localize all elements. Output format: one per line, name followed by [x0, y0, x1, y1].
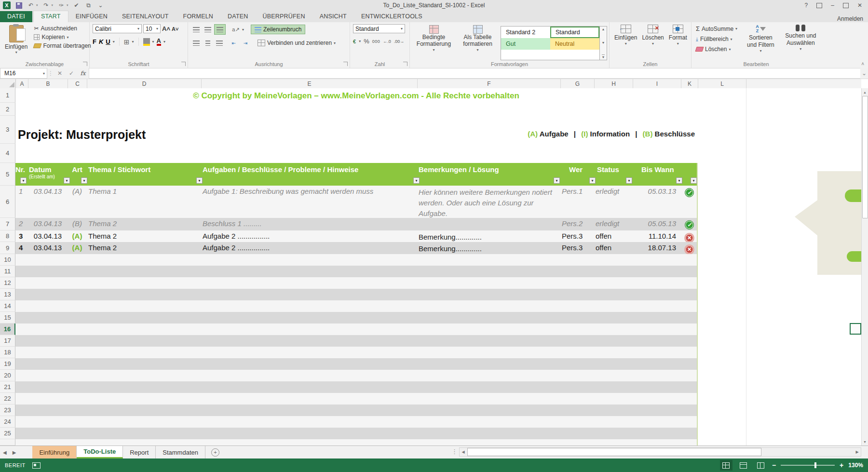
tab-einfuegen[interactable]: EINFÜGEN — [68, 11, 115, 22]
table-empty-row-band[interactable] — [15, 266, 698, 277]
zoom-level[interactable]: 130% — [848, 462, 863, 469]
name-box-dropdown-icon[interactable]: ▾ — [43, 71, 45, 76]
align-top-button[interactable] — [191, 25, 202, 34]
style-standard[interactable]: Standard — [550, 27, 599, 38]
zoom-in-button[interactable]: + — [840, 461, 843, 469]
row-number[interactable]: 19 — [0, 358, 15, 370]
name-box[interactable]: M16 ▾ — [0, 68, 47, 79]
cell-art[interactable]: (A) — [68, 187, 87, 219]
cell-bis-wann[interactable]: 05.05.13 — [633, 219, 681, 230]
column-header-d[interactable]: D — [87, 79, 202, 88]
cell-aufgabe[interactable]: Aufgabe 2 ................ — [201, 232, 417, 243]
row-number[interactable]: 11 — [0, 266, 15, 277]
cell-aufgabe[interactable]: Beschluss 1 ......... — [201, 219, 417, 230]
cell-thema[interactable]: Thema 2 — [87, 243, 201, 255]
column-header-b[interactable]: B — [28, 79, 68, 88]
table-row[interactable]: 3 03.04.13 (A) Thema 2 Aufgabe 2 .......… — [15, 230, 698, 242]
cell-aufgabe[interactable]: Aufgabe 1: Beschreibung was gemacht werd… — [201, 187, 417, 219]
style-gut[interactable]: Gut — [501, 38, 550, 50]
filter-button-bemerkungen[interactable]: ▾ — [554, 177, 560, 184]
column-header-a[interactable]: A — [16, 79, 28, 88]
clear-button[interactable]: Löschen▾ — [694, 45, 739, 54]
cell-datum[interactable]: 03.04.13 — [28, 219, 68, 230]
proofing-icon[interactable]: ✔ — [73, 2, 81, 9]
cancel-entry-icon[interactable]: ✕ — [54, 68, 66, 79]
comma-format-button[interactable]: 000 — [372, 39, 380, 44]
borders-button[interactable]: ⊞ — [124, 38, 130, 46]
filter-button-thema[interactable]: ▾ — [196, 177, 203, 184]
cell-status[interactable]: offen — [594, 243, 633, 255]
table-empty-row-band[interactable] — [15, 381, 698, 393]
touch-mode-icon[interactable]: ✑ — [57, 2, 65, 9]
row-number[interactable]: 3 — [0, 116, 15, 144]
formula-input[interactable] — [89, 68, 860, 79]
insert-function-icon[interactable]: fx — [77, 68, 89, 79]
row-number[interactable]: 1 — [0, 88, 15, 103]
conditional-formatting-button[interactable]: Bedingte Formatierung▾ — [413, 24, 455, 60]
row-number[interactable]: 7 — [0, 218, 15, 230]
row-number[interactable]: 8 — [0, 230, 15, 242]
filter-button-bis-wann[interactable]: ▾ — [676, 177, 682, 184]
align-center-button[interactable] — [203, 38, 213, 48]
redo-dropdown-icon[interactable]: ▾ — [52, 3, 54, 7]
row-number[interactable]: 18 — [0, 347, 15, 358]
cell-art[interactable]: (A) — [68, 232, 87, 243]
horizontal-scrollbar[interactable]: ◀ ▶ — [459, 447, 861, 457]
table-empty-row-band[interactable] — [15, 416, 698, 428]
sign-in-link[interactable]: Anmelden — [837, 15, 868, 22]
cell-datum[interactable]: 03.04.13 — [28, 187, 68, 219]
cell-thema[interactable]: Thema 1 — [87, 187, 201, 219]
cell-bis-wann[interactable]: 05.03.13 — [633, 187, 681, 219]
align-middle-button[interactable] — [203, 25, 213, 34]
row-number[interactable]: 16 — [0, 324, 15, 335]
excel-logo-icon[interactable]: X — [3, 1, 11, 9]
insert-cells-button[interactable]: Einfügen▾ — [612, 24, 639, 60]
selected-cell-m16[interactable] — [850, 323, 861, 335]
cell-nr[interactable]: 3 — [15, 232, 28, 243]
table-row[interactable]: 2 03.04.13 (B) Thema 2 Beschluss 1 .....… — [15, 218, 698, 230]
cell-art[interactable]: (A) — [68, 243, 87, 255]
qat-more-icon[interactable]: ⌄ — [97, 2, 105, 9]
touch-mode-dropdown-icon[interactable]: ▾ — [67, 3, 68, 7]
font-color-button[interactable]: A — [157, 38, 161, 46]
table-row[interactable]: 4 03.04.13 (A) Thema 2 Aufgabe 2 .......… — [15, 242, 698, 254]
cell-status[interactable]: erledigt — [594, 187, 633, 219]
sort-filter-button[interactable]: AZ Sortieren und Filtern▾ — [742, 24, 780, 60]
cell-datum[interactable]: 03.04.13 — [28, 243, 68, 255]
table-empty-row-band[interactable] — [15, 335, 698, 347]
sheet-nav-right-icon[interactable]: ▶ — [10, 446, 19, 459]
sheet-tab-report[interactable]: Report — [123, 446, 156, 459]
increase-indent-button[interactable]: ⇥ — [240, 38, 251, 48]
column-header-e[interactable]: E — [202, 79, 418, 88]
row-number[interactable]: 23 — [0, 405, 15, 416]
clipboard-dialog-launcher-icon[interactable] — [83, 62, 87, 66]
tab-daten[interactable]: DATEN — [220, 11, 255, 22]
row-number[interactable]: 9 — [0, 242, 15, 254]
alignment-dialog-launcher-icon[interactable] — [343, 62, 348, 66]
column-header-l[interactable]: L — [698, 79, 746, 88]
row-number[interactable]: 10 — [0, 254, 15, 266]
save-icon[interactable] — [15, 2, 23, 9]
format-as-table-button[interactable]: Als Tabelle formatieren▾ — [457, 24, 499, 60]
currency-format-button[interactable]: € — [353, 39, 356, 44]
formula-bar-splitter[interactable]: ⋮ — [47, 68, 54, 79]
align-right-button[interactable] — [214, 38, 225, 48]
font-name-select[interactable]: Calibri▾ — [93, 24, 142, 33]
tab-start[interactable]: START — [33, 11, 68, 22]
collapse-ribbon-icon[interactable]: ˄ — [861, 61, 864, 67]
new-sheet-button[interactable]: + — [205, 446, 225, 459]
number-dialog-launcher-icon[interactable] — [403, 62, 407, 66]
row-number[interactable]: 22 — [0, 393, 15, 405]
row-number[interactable]: 12 — [0, 277, 15, 289]
cell-art[interactable]: (B) — [68, 219, 87, 230]
cell-datum[interactable]: 03.04.13 — [28, 232, 68, 243]
delete-cells-button[interactable]: Löschen▾ — [640, 24, 665, 60]
align-bottom-button[interactable] — [214, 24, 226, 35]
decrease-indent-button[interactable]: ⇤ — [229, 38, 239, 48]
cell-status[interactable]: offen — [594, 232, 633, 243]
sheet-tab-stammdaten[interactable]: Stammdaten — [156, 446, 205, 459]
scroll-left-icon[interactable]: ◀ — [460, 450, 467, 454]
cell-status[interactable]: erledigt — [594, 219, 633, 230]
zoom-slider-handle[interactable] — [814, 462, 816, 468]
scroll-up-icon[interactable]: ▲ — [863, 88, 867, 96]
